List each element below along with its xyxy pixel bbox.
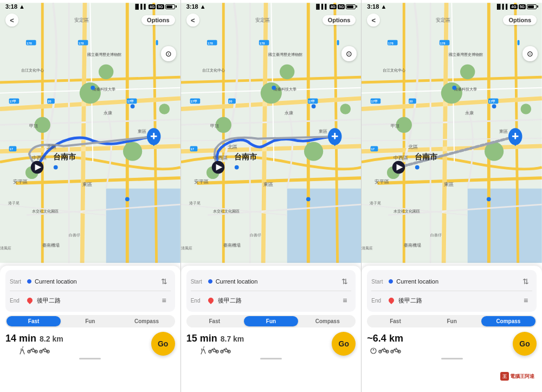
phone-panel-2: 安定區國立臺灣歷史博物館台江文化中心南臺科技大學永康甲頂北區台南市中西區安平區東… bbox=[362, 0, 542, 392]
svg-point-101 bbox=[306, 197, 311, 201]
status-bar: 3:18 ▲ ▐▌▌▌ 4G 5G bbox=[181, 0, 362, 12]
svg-point-50 bbox=[125, 197, 130, 201]
go-button[interactable]: Go bbox=[332, 332, 356, 356]
bottom-panel: Start Current location ⇅ End 後甲二路 ≡ Fast… bbox=[181, 266, 362, 392]
svg-text:清風莊: 清風莊 bbox=[362, 246, 373, 250]
svg-point-152 bbox=[487, 197, 491, 201]
svg-text:20: 20 bbox=[229, 100, 233, 103]
start-value[interactable]: Current location bbox=[396, 278, 516, 285]
start-value[interactable]: Current location bbox=[35, 278, 154, 285]
svg-text:中西區: 中西區 bbox=[212, 155, 227, 160]
svg-text:178: 178 bbox=[79, 42, 85, 45]
mode-tab-fun[interactable]: Fun bbox=[425, 316, 479, 326]
svg-text:水交社文化園區: 水交社文化園區 bbox=[32, 209, 59, 214]
svg-text:南臺科技大學: 南臺科技大學 bbox=[274, 87, 296, 91]
phone-panel-1: 安定區國立臺灣歷史博物館台江文化中心南臺科技大學永康甲頂北區台南市中西區安平區東… bbox=[181, 0, 362, 392]
bottom-indicator bbox=[367, 356, 537, 359]
mode-tab-compass[interactable]: Compass bbox=[300, 316, 354, 326]
start-value[interactable]: Current location bbox=[216, 278, 335, 285]
swap-icon[interactable]: ⇅ bbox=[338, 275, 351, 288]
svg-text:白善仔: 白善仔 bbox=[69, 233, 80, 237]
options-button[interactable]: Options bbox=[141, 15, 175, 25]
map-area[interactable]: 安定區國立臺灣歷史博物館台江文化中心南臺科技大學永康甲頂北區台南市中西區安平區東… bbox=[181, 0, 362, 266]
start-dot-icon bbox=[27, 279, 31, 284]
svg-text:安平區: 安平區 bbox=[375, 179, 390, 184]
start-label: Start bbox=[191, 279, 205, 285]
end-value[interactable]: 後甲二路 bbox=[218, 297, 335, 305]
map-area[interactable]: 安定區國立臺灣歷史博物館台江文化中心南臺科技大學永康甲頂北區台南市中西區安平區東… bbox=[0, 0, 180, 266]
svg-text:港子尾: 港子尾 bbox=[189, 201, 200, 205]
svg-text:17: 17 bbox=[10, 147, 14, 151]
svg-rect-1 bbox=[106, 189, 180, 263]
end-label: End bbox=[191, 298, 205, 304]
mode-tab-fast[interactable]: Fast bbox=[7, 316, 61, 326]
5g-badge: 5G bbox=[338, 4, 345, 9]
swap-icon[interactable]: ⇅ bbox=[158, 275, 171, 288]
svg-rect-144 bbox=[518, 40, 520, 46]
svg-text:北區: 北區 bbox=[47, 144, 56, 150]
mode-tab-fast[interactable]: Fast bbox=[188, 316, 242, 326]
map-header: < Options bbox=[362, 12, 542, 28]
svg-text:台江文化中心: 台江文化中心 bbox=[202, 68, 225, 72]
location-button[interactable]: ⊙ bbox=[161, 46, 176, 61]
4g-badge: 4G bbox=[510, 4, 517, 9]
route-fields: Start Current location ⇅ End 後甲二路 ≡ bbox=[5, 270, 175, 312]
svg-text:台江文化中心: 台江文化中心 bbox=[383, 68, 405, 72]
svg-point-107 bbox=[441, 82, 462, 104]
end-pin-icon bbox=[26, 297, 34, 304]
stats-left: 15 min8.7 km bbox=[186, 333, 244, 355]
svg-rect-67 bbox=[334, 133, 335, 139]
route-end-row: End 後甲二路 ≡ bbox=[371, 292, 532, 309]
end-value[interactable]: 後甲二路 bbox=[37, 297, 154, 305]
svg-text:甲頂: 甲頂 bbox=[29, 124, 38, 128]
home-indicator bbox=[441, 358, 463, 359]
menu-icon[interactable]: ≡ bbox=[158, 294, 171, 307]
route-start-row: Start Current location ⇅ bbox=[191, 273, 352, 290]
watermark: 王 電腦王阿達 bbox=[497, 370, 538, 382]
map-area[interactable]: 安定區國立臺灣歷史博物館台江文化中心南臺科技大學永康甲頂北區台南市中西區安平區東… bbox=[362, 0, 542, 266]
mode-tab-fast[interactable]: Fast bbox=[368, 316, 422, 326]
phone-panel-0: 安定區國立臺灣歷史博物館台江文化中心南臺科技大學永康甲頂北區台南市中西區安平區東… bbox=[0, 0, 181, 392]
status-time: 3:18 ▲ bbox=[367, 3, 386, 10]
bike-icons bbox=[370, 346, 401, 355]
stats-row: 15 min8.7 kmGo bbox=[186, 332, 356, 356]
options-button[interactable]: Options bbox=[322, 15, 356, 25]
swap-icon[interactable]: ⇅ bbox=[519, 275, 532, 288]
svg-text:東區: 東區 bbox=[319, 129, 327, 134]
4g-badge: 4G bbox=[330, 4, 337, 9]
back-button[interactable]: < bbox=[186, 14, 199, 27]
stat-time: 15 min bbox=[186, 333, 217, 344]
route-divider bbox=[10, 291, 171, 291]
mode-tab-fun[interactable]: Fun bbox=[63, 316, 117, 326]
go-button[interactable]: Go bbox=[513, 332, 537, 356]
route-fields: Start Current location ⇅ End 後甲二路 ≡ bbox=[186, 270, 356, 312]
location-button[interactable]: ⊙ bbox=[522, 46, 538, 61]
map-header: < Options bbox=[181, 12, 362, 28]
svg-text:清風莊: 清風莊 bbox=[181, 246, 192, 250]
mode-tabs: FastFunCompass bbox=[367, 315, 537, 327]
4g-badge: 4G bbox=[149, 4, 156, 9]
end-value[interactable]: 後甲二路 bbox=[398, 297, 516, 305]
battery-icon bbox=[527, 4, 537, 9]
svg-point-111 bbox=[521, 104, 532, 114]
mode-tab-fun[interactable]: Fun bbox=[244, 316, 298, 326]
bike-icon bbox=[208, 347, 219, 355]
walk-icon bbox=[18, 346, 26, 355]
bike-icons bbox=[18, 346, 50, 355]
mode-tabs: FastFunCompass bbox=[5, 315, 175, 327]
mode-tab-compass[interactable]: Compass bbox=[119, 316, 173, 326]
back-button[interactable]: < bbox=[367, 14, 380, 27]
menu-icon[interactable]: ≡ bbox=[519, 294, 532, 307]
svg-rect-103 bbox=[468, 189, 542, 263]
go-button[interactable]: Go bbox=[151, 332, 175, 356]
mode-tab-compass[interactable]: Compass bbox=[481, 316, 535, 326]
status-time: 3:18 ▲ bbox=[186, 3, 206, 10]
svg-text:17甲: 17甲 bbox=[190, 100, 197, 103]
stats-left: ~6.4 km bbox=[367, 333, 403, 355]
home-indicator bbox=[79, 358, 101, 359]
menu-icon[interactable]: ≡ bbox=[338, 294, 351, 307]
back-button[interactable]: < bbox=[5, 14, 18, 27]
options-button[interactable]: Options bbox=[503, 15, 537, 25]
svg-point-48 bbox=[131, 104, 135, 108]
svg-text:甲頂: 甲頂 bbox=[210, 124, 218, 128]
